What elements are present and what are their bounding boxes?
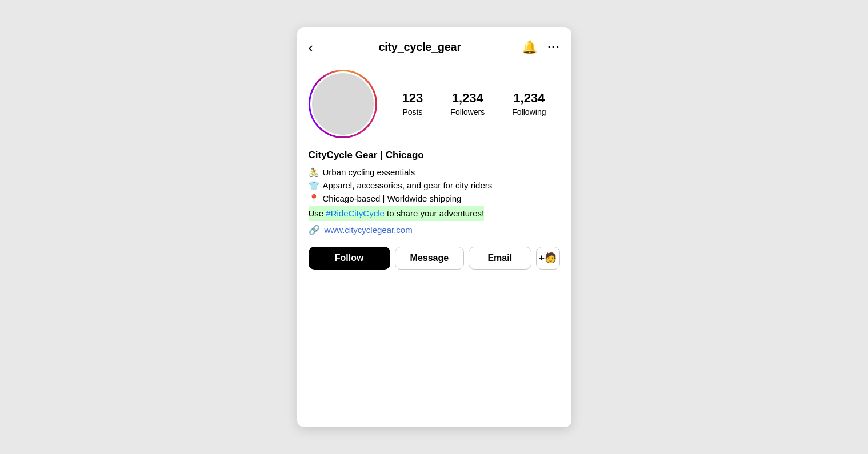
posts-stat[interactable]: 123 Posts (402, 91, 423, 116)
profile-section: 123 Posts 1,234 Followers 1,234 Followin… (297, 64, 571, 147)
phone-frame: ‹ city_cycle_gear 🔔 ··· 123 Posts 1,234 … (297, 27, 571, 427)
posts-label: Posts (402, 107, 422, 116)
stats-section: 123 Posts 1,234 Followers 1,234 Followin… (389, 91, 560, 116)
bio-section: CityCycle Gear | Chicago 🚴 Urban cycling… (297, 147, 571, 242)
bio-text-2: Apparel, accessories, and gear for city … (323, 179, 493, 192)
following-label: Following (512, 107, 546, 116)
bio-text-1: Urban cycling essentials (323, 166, 415, 179)
shirt-emoji: 👕 (309, 179, 319, 192)
followers-count: 1,234 (452, 91, 483, 106)
followers-stat[interactable]: 1,234 Followers (450, 91, 485, 116)
email-button[interactable]: Email (469, 247, 531, 270)
bell-icon[interactable]: 🔔 (522, 40, 537, 55)
cycling-emoji: 🚴 (309, 166, 319, 179)
display-name: CityCycle Gear | Chicago (309, 150, 560, 161)
bio-link-row: 🔗 www.citycyclegear.com (309, 224, 560, 235)
bio-highlight-text: Use #RideCityCycle to share your adventu… (309, 206, 485, 220)
action-buttons-row: Follow Message Email +🧑 (297, 242, 571, 281)
add-person-button[interactable]: +🧑 (536, 247, 560, 270)
header: ‹ city_cycle_gear 🔔 ··· (297, 27, 571, 64)
more-options-icon[interactable]: ··· (547, 40, 559, 55)
following-count: 1,234 (513, 91, 545, 106)
header-icons: 🔔 ··· (522, 40, 559, 55)
message-button[interactable]: Message (395, 247, 464, 270)
followers-label: Followers (450, 107, 485, 116)
following-stat[interactable]: 1,234 Following (512, 91, 546, 116)
website-link[interactable]: www.citycyclegear.com (325, 225, 413, 235)
follow-button[interactable]: Follow (309, 247, 390, 270)
avatar-ring[interactable] (309, 70, 377, 138)
bio-line-3: 📍 Chicago-based | Worldwide shipping (309, 192, 560, 205)
link-icon: 🔗 (309, 224, 320, 235)
bio-highlight-line: Use #RideCityCycle to share your adventu… (309, 206, 560, 220)
avatar-image (310, 71, 375, 136)
username-title: city_cycle_gear (378, 41, 461, 54)
posts-count: 123 (402, 91, 423, 106)
add-person-icon: +🧑 (539, 252, 557, 264)
bio-hashtag[interactable]: #RideCityCycle (326, 208, 385, 218)
bio-text-3: Chicago-based | Worldwide shipping (323, 192, 462, 205)
back-button[interactable]: ‹ (309, 38, 318, 57)
bio-line-1: 🚴 Urban cycling essentials (309, 166, 560, 179)
pin-emoji: 📍 (309, 192, 319, 205)
bio-line-2: 👕 Apparel, accessories, and gear for cit… (309, 179, 560, 192)
